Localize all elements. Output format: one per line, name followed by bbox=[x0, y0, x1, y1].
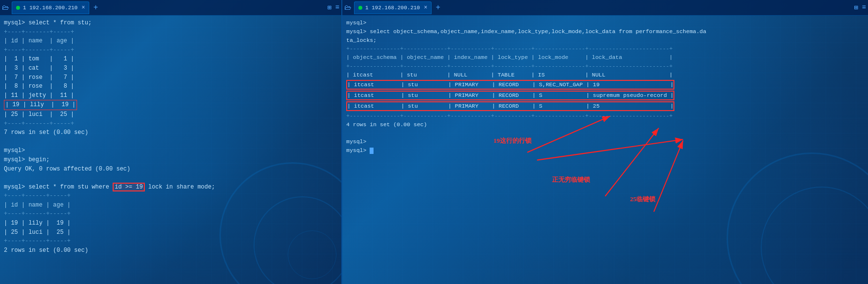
right-row-2-highlight: | itcast | stu | PRIMARY | RECORD | S,RE… bbox=[346, 80, 674, 90]
left-tab-bar-icons: ⊞ ≡ bbox=[327, 3, 339, 12]
right-grid-icon[interactable]: ⊞ bbox=[854, 3, 858, 12]
right-tab-item[interactable]: 1 192.168.200.210 × bbox=[354, 1, 432, 14]
right-tab-label: 1 192.168.200.210 bbox=[365, 5, 420, 11]
select-highlight: id >= 19 bbox=[113, 183, 145, 191]
term-line-26: 2 rows in set (0.00 sec) bbox=[4, 246, 337, 255]
right-prompt-2: mysql> bbox=[346, 146, 864, 155]
cursor bbox=[370, 148, 374, 154]
left-terminal[interactable]: mysql> select * from stu; +----+-------+… bbox=[0, 16, 341, 284]
right-row-4-highlight: | itcast | stu | PRIMARY | RECORD | S | … bbox=[346, 101, 674, 111]
term-line-6: | 3 | cat | 3 | bbox=[4, 64, 337, 73]
left-folder-icon: 🗁 bbox=[2, 4, 9, 12]
left-tab-dot bbox=[16, 6, 20, 10]
right-prompt-1: mysql> bbox=[346, 137, 864, 146]
right-sep-3: +---------------+-------------+---------… bbox=[346, 112, 864, 120]
right-sep-1: +---------------+-------------+---------… bbox=[346, 44, 864, 53]
term-line-8: | 8 | rose | 8 | bbox=[4, 82, 337, 91]
term-line-22: +----+------+-----+ bbox=[4, 209, 337, 219]
term-line-21: | id | name | age | bbox=[4, 201, 337, 210]
right-tab-bar-icons: ⊞ ≡ bbox=[854, 3, 866, 12]
right-tab-bar: 🗁 1 192.168.200.210 × + ⊞ ≡ bbox=[342, 0, 868, 16]
right-tab-close[interactable]: × bbox=[424, 4, 427, 11]
right-row-4: | itcast | stu | PRIMARY | RECORD | S | … bbox=[347, 102, 673, 110]
right-tab-add[interactable]: + bbox=[435, 3, 440, 12]
right-folder-icon: 🗁 bbox=[344, 4, 351, 12]
left-panel: 🗁 1 192.168.200.210 × + ⊞ ≡ mysql> selec… bbox=[0, 0, 341, 284]
term-line-24: | 25 | luci | 25 | bbox=[4, 228, 337, 237]
term-line-3: | id | name | age | bbox=[4, 37, 337, 46]
term-line-14 bbox=[4, 137, 337, 147]
term-line-2: +----+-------+-----+ bbox=[4, 28, 337, 37]
right-count: 4 rows in set (0.00 sec) bbox=[346, 120, 864, 129]
term-line-10-highlighted: | 19 | lily | 19 | bbox=[4, 100, 77, 110]
right-blank bbox=[346, 129, 864, 138]
term-line-18 bbox=[4, 173, 337, 183]
term-line-11: | 25 | luci | 25 | bbox=[4, 110, 337, 119]
right-row-3: | itcast | stu | PRIMARY | RECORD | S | … bbox=[347, 92, 673, 99]
term-line-4: +----+-------+-----+ bbox=[4, 46, 337, 55]
right-panel: 🗁 1 192.168.200.210 × + ⊞ ≡ mysql> mysql… bbox=[342, 0, 868, 284]
left-tab-label: 1 192.168.200.210 bbox=[23, 5, 78, 11]
right-line-2: mysql> select object_schema,object_name,… bbox=[346, 27, 864, 36]
term-line-20: +----+------+-----+ bbox=[4, 191, 337, 201]
right-row-2: | itcast | stu | PRIMARY | RECORD | S,RE… bbox=[347, 81, 673, 89]
grid-icon[interactable]: ⊞ bbox=[327, 3, 331, 12]
right-sep-2: +---------------+-------------+---------… bbox=[346, 62, 864, 71]
term-line-13: 7 rows in set (0.00 sec) bbox=[4, 128, 337, 137]
term-line-1: mysql> select * from stu; bbox=[4, 19, 337, 28]
left-tab-item[interactable]: 1 192.168.200.210 × bbox=[12, 1, 89, 14]
term-line-15: mysql> bbox=[4, 146, 337, 155]
right-row-3-highlight: | itcast | stu | PRIMARY | RECORD | S | … bbox=[346, 91, 674, 100]
main-container: 🗁 1 192.168.200.210 × + ⊞ ≡ mysql> selec… bbox=[0, 0, 868, 284]
term-line-9: | 11 | jetty | 11 | bbox=[4, 91, 337, 100]
right-list-icon[interactable]: ≡ bbox=[862, 3, 866, 12]
term-line-19: mysql> select * from stu where id >= 19 … bbox=[4, 183, 337, 192]
right-line-1: mysql> bbox=[346, 19, 864, 27]
term-line-25: +----+------+-----+ bbox=[4, 237, 337, 246]
term-line-5: | 1 | tom | 1 | bbox=[4, 55, 337, 64]
left-tab-close[interactable]: × bbox=[81, 4, 85, 11]
term-line-7: | 7 | rose | 7 | bbox=[4, 73, 337, 82]
term-line-17: Query OK, 0 rows affected (0.00 sec) bbox=[4, 165, 337, 174]
right-header: | object_schema | object_name | index_na… bbox=[346, 53, 864, 62]
left-tab-add[interactable]: + bbox=[93, 3, 98, 12]
right-terminal[interactable]: mysql> mysql> select object_schema,objec… bbox=[342, 16, 868, 284]
left-tab-bar: 🗁 1 192.168.200.210 × + ⊞ ≡ bbox=[0, 0, 341, 16]
term-line-23: | 19 | lily | 19 | bbox=[4, 219, 337, 228]
list-icon[interactable]: ≡ bbox=[335, 3, 339, 12]
term-line-16: mysql> begin; bbox=[4, 155, 337, 165]
right-row-1: | itcast | stu | NULL | TABLE | IS | NUL… bbox=[346, 71, 864, 79]
right-line-3: ta_locks; bbox=[346, 36, 864, 45]
term-line-12: +----+-------+-----+ bbox=[4, 119, 337, 129]
right-tab-dot bbox=[358, 6, 362, 10]
